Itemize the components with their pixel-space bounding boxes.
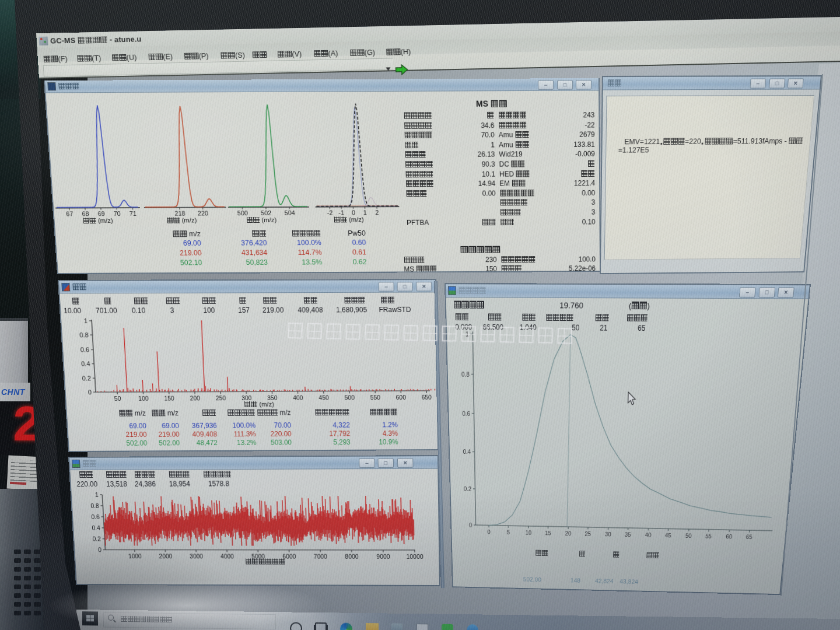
svg-text:10000: 10000 bbox=[406, 553, 424, 560]
svg-text:30: 30 bbox=[605, 531, 611, 537]
svg-text:68: 68 bbox=[82, 211, 89, 218]
svg-text:3000: 3000 bbox=[190, 553, 203, 560]
svg-text:250: 250 bbox=[216, 395, 226, 402]
svg-text:0: 0 bbox=[352, 209, 355, 216]
svg-text:504: 504 bbox=[284, 209, 295, 216]
svg-text:100: 100 bbox=[138, 395, 149, 402]
svg-text:0.4: 0.4 bbox=[81, 360, 90, 368]
svg-text:70: 70 bbox=[113, 210, 121, 217]
svg-text:500: 500 bbox=[237, 209, 249, 216]
svg-text:60: 60 bbox=[726, 534, 733, 540]
svg-text:200: 200 bbox=[190, 395, 200, 402]
svg-text:150: 150 bbox=[164, 395, 174, 402]
svg-text:2000: 2000 bbox=[159, 553, 172, 560]
svg-text:0.6: 0.6 bbox=[80, 346, 89, 354]
svg-text:0.8: 0.8 bbox=[461, 371, 470, 377]
svg-text:10: 10 bbox=[526, 530, 532, 536]
svg-text:450: 450 bbox=[318, 394, 329, 401]
svg-text:71: 71 bbox=[129, 210, 136, 217]
svg-text:500: 500 bbox=[344, 394, 354, 401]
svg-text:0: 0 bbox=[469, 522, 472, 528]
svg-text:0.8: 0.8 bbox=[90, 502, 99, 509]
svg-text:1000: 1000 bbox=[128, 552, 142, 559]
svg-text:45: 45 bbox=[664, 533, 671, 538]
svg-text:218: 218 bbox=[174, 210, 186, 217]
svg-text:67: 67 bbox=[66, 211, 74, 218]
svg-text:65: 65 bbox=[746, 534, 752, 540]
svg-text:502: 502 bbox=[261, 209, 272, 216]
svg-text:0.4: 0.4 bbox=[463, 449, 471, 455]
svg-text:1: 1 bbox=[84, 317, 88, 324]
svg-text:-2: -2 bbox=[327, 209, 333, 216]
svg-text:40: 40 bbox=[645, 532, 651, 538]
svg-text:0.6: 0.6 bbox=[91, 513, 100, 520]
svg-text:-1: -1 bbox=[338, 209, 344, 216]
svg-text:0.2: 0.2 bbox=[464, 486, 472, 492]
svg-text:69: 69 bbox=[97, 210, 105, 217]
svg-text:50: 50 bbox=[114, 395, 121, 402]
svg-text:20: 20 bbox=[565, 530, 572, 536]
svg-text:1: 1 bbox=[94, 491, 98, 498]
svg-text:35: 35 bbox=[625, 531, 631, 537]
svg-text:600: 600 bbox=[396, 394, 406, 401]
svg-text:0.4: 0.4 bbox=[92, 524, 100, 531]
svg-text:2: 2 bbox=[375, 209, 379, 216]
svg-text:650: 650 bbox=[422, 394, 432, 401]
svg-text:550: 550 bbox=[370, 394, 380, 401]
svg-text:7000: 7000 bbox=[314, 553, 328, 560]
svg-text:8000: 8000 bbox=[345, 553, 359, 560]
svg-text:0.2: 0.2 bbox=[92, 536, 101, 542]
svg-text:50: 50 bbox=[685, 533, 692, 539]
svg-text:5: 5 bbox=[507, 529, 510, 535]
svg-text:0.2: 0.2 bbox=[82, 375, 91, 382]
svg-text:220: 220 bbox=[198, 210, 209, 217]
svg-text:0: 0 bbox=[487, 529, 490, 535]
svg-text:0: 0 bbox=[98, 547, 102, 554]
svg-text:55: 55 bbox=[705, 533, 712, 540]
svg-text:4000: 4000 bbox=[220, 553, 234, 560]
svg-text:0.6: 0.6 bbox=[462, 410, 470, 416]
svg-text:0: 0 bbox=[88, 389, 92, 396]
svg-text:1: 1 bbox=[363, 209, 366, 216]
svg-text:25: 25 bbox=[584, 531, 591, 537]
svg-text:400: 400 bbox=[293, 394, 303, 401]
svg-text:0.8: 0.8 bbox=[79, 331, 89, 338]
svg-text:15: 15 bbox=[545, 530, 551, 536]
svg-text:9000: 9000 bbox=[376, 553, 390, 560]
